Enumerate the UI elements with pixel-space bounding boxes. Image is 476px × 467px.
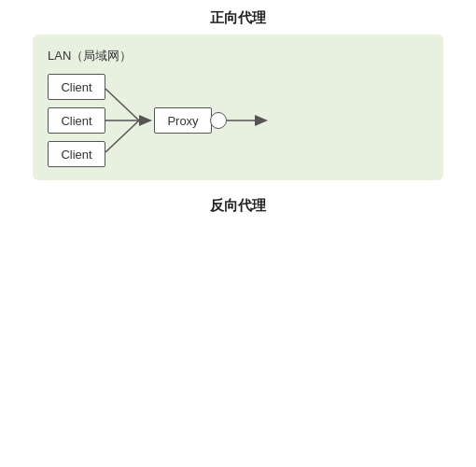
forward-proxy-section: 正向代理 LAN（局域网） Client Client Client <box>33 9 443 180</box>
forward-arrow-to-server <box>227 106 268 134</box>
svg-line-2 <box>105 120 139 152</box>
forward-client-1: Client <box>48 74 105 100</box>
page: 正向代理 LAN（局域网） Client Client Client <box>0 0 476 467</box>
forward-lan-label: LAN（局域网） <box>48 48 428 64</box>
forward-arrows-to-proxy <box>105 76 154 165</box>
forward-proxy-group: Proxy <box>154 107 227 134</box>
forward-client-2: Client <box>48 107 105 134</box>
svg-line-0 <box>105 89 139 120</box>
forward-diagram: LAN（局域网） Client Client Client <box>33 35 443 180</box>
forward-proxy-box: Proxy <box>154 107 212 134</box>
forward-proxy-circle <box>210 112 227 129</box>
forward-title: 正向代理 <box>33 9 443 27</box>
svg-marker-5 <box>255 115 268 126</box>
reverse-proxy-section: 反向代理 <box>210 197 266 222</box>
reverse-title: 反向代理 <box>210 197 266 215</box>
svg-marker-3 <box>139 115 152 126</box>
forward-clients: Client Client Client <box>48 74 105 167</box>
forward-client-3: Client <box>48 141 105 167</box>
